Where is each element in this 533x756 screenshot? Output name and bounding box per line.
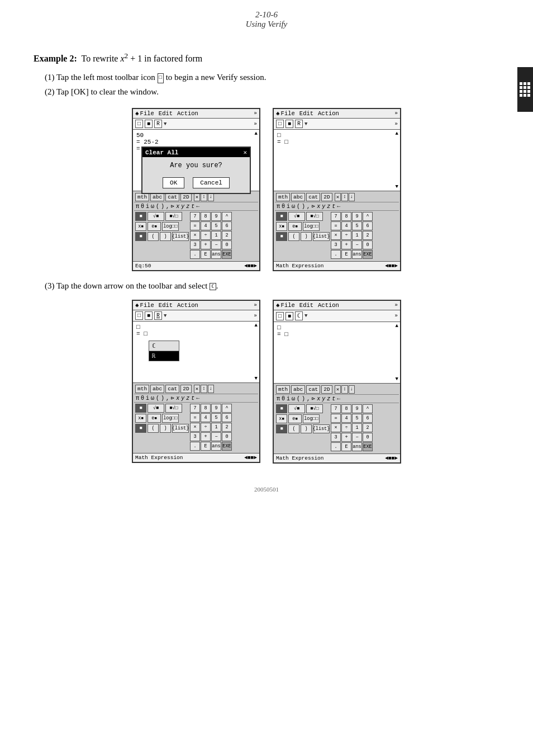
toolbar-dropdown-arrow-r[interactable]: ▼ <box>304 121 307 127</box>
kb-abc-2r[interactable]: abc <box>291 385 305 394</box>
kb-abs[interactable]: ■ <box>135 232 146 241</box>
kb-8[interactable]: 8 <box>201 212 211 221</box>
kb-close-icon-r[interactable]: ✕ <box>335 193 341 201</box>
kb-pi[interactable]: π <box>135 204 140 210</box>
kb-log[interactable]: log□□ <box>162 222 179 231</box>
edit-menu[interactable]: Edit <box>159 110 173 117</box>
kb-tab-cat-r[interactable]: cat <box>306 193 320 201</box>
kb-e-pow[interactable]: e■ <box>147 222 161 231</box>
scroll-down-2r[interactable]: ▼ <box>396 376 398 382</box>
action-menu[interactable]: Action <box>177 110 198 117</box>
kb-9-r[interactable]: 9 <box>352 212 362 221</box>
kb-t[interactable]: t <box>191 204 195 210</box>
kb-nthroot-r[interactable]: ■√□ <box>306 212 323 221</box>
toolbar-save-r[interactable]: ■ <box>285 120 293 128</box>
toolbar-dropdown-arrow-2l[interactable]: ▼ <box>164 313 166 319</box>
kb-3[interactable]: 3 <box>190 240 200 249</box>
kb-minus[interactable]: − <box>211 240 221 249</box>
action-menu-2r[interactable]: Action <box>318 302 339 309</box>
kb-close-icon[interactable]: ✕ <box>194 193 200 201</box>
kb-sqrt-r[interactable]: √■ <box>288 212 305 221</box>
kb-div[interactable]: ÷ <box>201 231 211 240</box>
kb-e-pow-r[interactable]: e■ <box>288 222 302 231</box>
kb-6-r[interactable]: 6 <box>363 221 373 230</box>
kb-5-r[interactable]: 5 <box>352 221 362 230</box>
kb-mul-r[interactable]: × <box>331 231 341 240</box>
kb-cat-2r[interactable]: cat <box>306 385 320 394</box>
kb-up-icon-r[interactable]: ↕ <box>341 193 348 201</box>
toolbar-new-r[interactable]: □ <box>276 120 284 128</box>
kb-0-r[interactable]: 0 <box>363 240 373 249</box>
kb-plus-r[interactable]: + <box>341 240 351 249</box>
kb-pow[interactable]: ^ <box>222 212 232 221</box>
kb-2d-2r[interactable]: 2D <box>321 385 332 394</box>
scroll-up-2l[interactable]: ▲ <box>255 323 258 328</box>
kb-cat-2l[interactable]: cat <box>165 385 179 393</box>
kb-backspace[interactable]: ← <box>196 204 200 210</box>
kb-backspace-r[interactable]: ← <box>336 204 341 210</box>
kb-rparen2-r[interactable]: ) <box>301 232 312 241</box>
kb-comma[interactable]: , <box>165 204 170 210</box>
toolbar-new-2l[interactable]: □ <box>135 311 143 320</box>
kb-7[interactable]: 7 <box>190 212 200 221</box>
action-menu-2l[interactable]: Action <box>177 302 198 309</box>
ok-button[interactable]: OK <box>163 177 184 188</box>
kb-1[interactable]: 1 <box>211 231 221 240</box>
kb-plus[interactable]: + <box>201 240 211 249</box>
kb-exp[interactable]: E <box>201 250 211 259</box>
kb-lparen[interactable]: ( <box>155 204 160 210</box>
kb-nthroot[interactable]: ■√□ <box>165 212 182 221</box>
kb-dot[interactable]: . <box>190 250 200 259</box>
kb-sqrt[interactable]: √■ <box>147 212 164 221</box>
kb-4[interactable]: 4 <box>201 221 211 230</box>
file-menu-r[interactable]: File <box>281 110 295 117</box>
kb-2[interactable]: 2 <box>222 231 232 240</box>
scroll-down-2l[interactable]: ▼ <box>255 376 258 381</box>
kb-exp-r[interactable]: E <box>341 250 351 259</box>
dropdown-real[interactable]: ℝ <box>149 351 179 361</box>
kb-mth-2r[interactable]: mth <box>276 385 290 394</box>
toolbar-R[interactable]: R <box>154 120 162 128</box>
kb-2d-2l[interactable]: 2D <box>180 385 191 393</box>
kb-rparen2[interactable]: ) <box>160 232 171 241</box>
kb-list[interactable]: {list} <box>172 232 189 241</box>
toolbar-R-2l[interactable]: R <box>154 311 162 320</box>
kb-theta-r[interactable]: θ <box>281 204 285 210</box>
kb-dot-r[interactable]: . <box>331 250 341 259</box>
kb-tab-mth-r[interactable]: mth <box>276 193 290 201</box>
kb-omega[interactable]: ω <box>150 204 155 210</box>
kb-x-sq[interactable]: x■ <box>135 222 146 231</box>
kb-9[interactable]: 9 <box>211 212 221 221</box>
toolbar-dropdown-arrow-2r[interactable]: ▼ <box>304 313 307 319</box>
toolbar-C-2r[interactable]: ℂ <box>295 311 303 320</box>
file-menu-2l[interactable]: File <box>140 302 154 309</box>
action-menu-r[interactable]: Action <box>318 110 339 117</box>
file-menu-2r[interactable]: File <box>281 302 295 309</box>
kb-5[interactable]: 5 <box>211 221 221 230</box>
kb-6[interactable]: 6 <box>222 221 232 230</box>
kb-up-2l[interactable]: ↕ <box>201 385 207 393</box>
kb-up-2r[interactable]: ↕ <box>341 385 348 394</box>
kb-eq-r[interactable]: = <box>331 221 341 230</box>
scroll-down-r[interactable]: ▼ <box>396 184 398 190</box>
kb-up-icon[interactable]: ↕ <box>201 193 207 201</box>
cancel-button[interactable]: Cancel <box>193 177 230 188</box>
kb-abc-2l[interactable]: abc <box>150 385 164 393</box>
kb-tab-2d-r[interactable]: 2D <box>321 193 332 201</box>
kb-abs-r[interactable]: ■ <box>276 232 287 241</box>
edit-menu-2r[interactable]: Edit <box>299 302 313 309</box>
kb-exe[interactable]: EXE <box>222 250 232 259</box>
kb-lparen-r[interactable]: ( <box>296 204 301 210</box>
kb-0[interactable]: 0 <box>222 240 232 249</box>
kb-pow-r[interactable]: ^ <box>363 212 373 221</box>
toolbar-save[interactable]: ■ <box>145 120 153 128</box>
kb-arrow-r[interactable]: ⊳ <box>311 203 316 210</box>
kb-comma-r[interactable]: , <box>306 204 311 210</box>
kb-arrow[interactable]: ⊳ <box>170 203 175 210</box>
kb-tab-abc[interactable]: abc <box>150 193 164 201</box>
kb-list-r[interactable]: {list} <box>313 232 330 241</box>
toolbar-save-2l[interactable]: ■ <box>145 311 153 320</box>
kb-z[interactable]: z <box>185 204 190 210</box>
kb-y-r[interactable]: y <box>321 204 326 210</box>
edit-menu-2l[interactable]: Edit <box>159 302 173 309</box>
